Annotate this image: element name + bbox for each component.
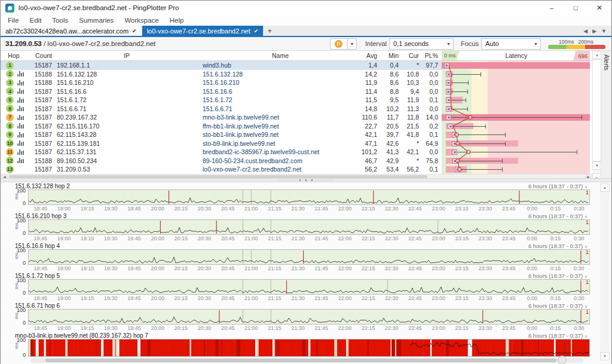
graph-plot-area[interactable]: 1 xyxy=(28,309,590,325)
hop-graph-toggle[interactable] xyxy=(14,78,27,87)
table-row-hop-12[interactable]: 121518889.160.50.23489-160-50-234.cust.b… xyxy=(1,157,592,166)
table-row-hop-2[interactable]: 215188151.6.132.128151.6.132.12814,28,61… xyxy=(1,70,592,79)
graphs-hscroll-thumb[interactable] xyxy=(45,359,556,362)
hop-graph-toggle[interactable] xyxy=(14,96,27,105)
x-tick-label: 22:30 xyxy=(385,206,399,212)
graph-range-selector[interactable]: 6 hours (18:37 - 0:37) ∨ xyxy=(528,243,587,249)
col-header-ip[interactable]: IP xyxy=(52,52,201,59)
graphs-hscroll-knob[interactable] xyxy=(558,356,567,364)
graphs-vertical-scrollbar[interactable]: ▲ ▼ xyxy=(600,183,610,363)
col-header-hop[interactable]: Hop xyxy=(1,52,27,59)
hop-graph-toggle[interactable] xyxy=(14,122,27,131)
menu-item-file[interactable]: File xyxy=(2,17,25,24)
menu-item-help[interactable]: Help xyxy=(164,17,189,24)
x-tick-label: 0:30 xyxy=(574,325,585,331)
maximize-button[interactable]: □ xyxy=(564,1,587,15)
table-row-hop-8[interactable]: 81518762.115.116.170ffm-bb1-link.ip.twel… xyxy=(1,122,592,131)
x-tick-label: 22:45 xyxy=(408,265,422,271)
col-header-pl[interactable]: PL% xyxy=(423,52,442,59)
y-unit-label: ms xyxy=(14,223,19,230)
table-row-hop-1[interactable]: 115187192.168.1.1wind3.hub1,40,4*97,7× xyxy=(1,61,592,70)
col-header-min[interactable]: Min xyxy=(381,52,402,59)
hop-graph-toggle[interactable] xyxy=(14,61,27,70)
hop-graph-toggle[interactable] xyxy=(14,157,27,166)
graph-plot-area[interactable]: 1 xyxy=(28,189,590,205)
table-row-hop-4[interactable]: 415187151.6.16.6151.6.16.611,48,89,40,0× xyxy=(1,87,592,96)
ip-cell: 62.115.37.131 xyxy=(52,148,201,157)
table-row-hop-13[interactable]: 131518731.209.0.53lo0-vxo-owe7-cr2.se.br… xyxy=(1,165,592,174)
table-horizontal-scrollbar[interactable]: ◀ ▶ xyxy=(1,174,592,178)
col-header-avg[interactable]: Avg xyxy=(359,52,381,59)
menu-item-workspace[interactable]: Workspace xyxy=(119,17,164,24)
hop-graph-toggle[interactable] xyxy=(14,87,27,96)
col-header-cur[interactable]: Cur xyxy=(402,52,423,59)
chevron-down-icon: ∨ xyxy=(585,334,587,338)
hop-graph-toggle[interactable] xyxy=(14,139,27,148)
cur-cell: 11,3 xyxy=(402,105,423,114)
table-row-hop-10[interactable]: 101518762.115.139.181sto-b9-link.ip.twel… xyxy=(1,139,592,148)
graph-range-selector[interactable]: 6 hours (18:37 - 0:37) ∨ xyxy=(528,183,587,189)
graph-range-selector[interactable]: 6 hours (18:37 - 0:37) ∨ xyxy=(528,302,587,309)
pause-button[interactable] xyxy=(330,38,348,50)
x-tick-label: 23:45 xyxy=(502,206,516,212)
tab-list-icon[interactable]: ▼ xyxy=(601,28,607,34)
graph-x-axis: 18:4519:0019:1519:3019:4520:0020:1520:30… xyxy=(28,325,590,332)
table-row-hop-6[interactable]: 615187151.6.6.71151.6.6.7114,810,211,30,… xyxy=(1,105,592,114)
alerts-tab[interactable]: Alerts xyxy=(603,53,610,71)
pl-cell: 0,0 xyxy=(423,105,442,114)
x-tick-label: 22:00 xyxy=(338,265,352,271)
current-marker-icon: × xyxy=(452,149,457,155)
graph-range-selector[interactable]: 6 hours (18:37 - 0:37) ∨ xyxy=(528,273,587,279)
trace-tab-1[interactable]: lo0-vxo-owe7-cr2.se.bredband2.net✔ xyxy=(142,26,264,36)
graph-plot-area[interactable]: 1 xyxy=(28,339,590,357)
col-header-name[interactable]: Name xyxy=(201,52,359,59)
interval-select[interactable]: 0,1 seconds▼ xyxy=(389,38,454,50)
hop-graph-toggle[interactable] xyxy=(14,165,27,174)
table-row-hop-7[interactable]: 71518780.239.167.32mno-b3-link.ip.twelve… xyxy=(1,113,592,122)
hop-number-badge: 8 xyxy=(6,122,14,130)
hop-graph-toggle[interactable] xyxy=(14,113,27,122)
scroll-down-icon[interactable]: ▼ xyxy=(600,352,610,360)
close-button[interactable]: ✕ xyxy=(587,1,611,15)
table-row-hop-3[interactable]: 315188151.6.16.210151.6.16.21011,98,610,… xyxy=(1,78,592,87)
hop-graph-toggle[interactable] xyxy=(14,70,27,79)
x-tick-label: 21:00 xyxy=(244,206,258,212)
current-marker-icon: × xyxy=(446,97,451,103)
table-row-hop-5[interactable]: 515187151.6.1.72151.6.1.7211,59,511,90,1… xyxy=(1,96,592,105)
x-tick-label: 20:45 xyxy=(221,235,235,241)
pl-cell: 0,0 xyxy=(423,148,442,157)
graphs-scroll-track[interactable] xyxy=(600,192,610,352)
tab-scroll-left-icon[interactable]: ◀ xyxy=(583,28,587,34)
table-row-hop-9[interactable]: 91518762.115.143.28sto-bb1-link.ip.twelv… xyxy=(1,130,592,139)
hop-graph-toggle[interactable] xyxy=(14,130,27,139)
timeline-graph-hop: 151.6.16.210 hop 36 hours (18:37 - 0:37)… xyxy=(1,212,611,242)
minimize-button[interactable]: – xyxy=(540,1,564,15)
graphs-horizontal-scrollbar[interactable] xyxy=(30,358,583,363)
pause-dropdown[interactable]: ▼ xyxy=(348,38,357,50)
hop-number-badge: 9 xyxy=(6,131,14,139)
trace-tab-0[interactable]: ab72c33024c428ea0.aw...accelerator.com✔ xyxy=(1,26,142,36)
col-header-count[interactable]: Count xyxy=(27,52,52,59)
tab-scroll-right-icon[interactable]: ▶ xyxy=(592,28,596,34)
menu-item-summaries[interactable]: Summaries xyxy=(74,17,119,24)
whisker-tick xyxy=(485,124,486,129)
hop-graph-toggle[interactable] xyxy=(14,148,27,157)
new-tab-button[interactable]: + xyxy=(264,26,276,36)
x-tick-label: 19:15 xyxy=(81,206,94,212)
graph-body: 100ms01 xyxy=(1,339,611,357)
menu-item-edit[interactable]: Edit xyxy=(25,17,47,24)
focus-select[interactable]: Auto▼ xyxy=(481,38,541,50)
hop-graph-toggle[interactable] xyxy=(14,105,27,114)
graph-range-selector[interactable]: 6 hours (18:37 - 0:37) ∨ xyxy=(528,332,587,339)
scroll-up-icon[interactable]: ▲ xyxy=(600,183,610,192)
table-row-hop-11[interactable]: 111518762.115.37.131bredband2-ic-385967.… xyxy=(1,148,592,157)
splitter-handle[interactable] xyxy=(1,178,611,182)
graph-plot-area[interactable]: 1 xyxy=(28,279,590,295)
min-cell: 8,6 xyxy=(381,70,402,79)
current-value-flag: 1 xyxy=(586,219,589,225)
pl-cell: 0,1 xyxy=(423,130,442,139)
graph-plot-area[interactable]: 1 xyxy=(28,249,590,265)
menu-item-tools[interactable]: Tools xyxy=(47,17,74,24)
graph-range-selector[interactable]: 6 hours (18:37 - 0:37) ∨ xyxy=(528,213,587,219)
graph-plot-area[interactable]: 1 xyxy=(28,219,590,235)
